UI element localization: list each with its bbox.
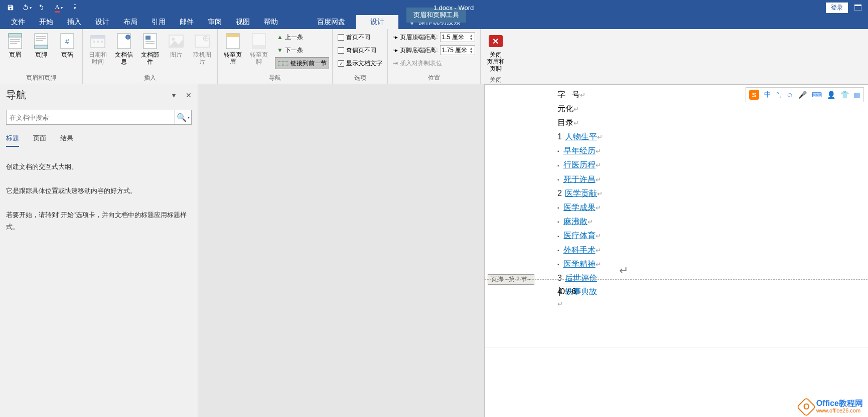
save-button[interactable] [4, 1, 17, 14]
nav-tab-results[interactable]: 结果 [60, 134, 73, 147]
toc-link[interactable]: 医疗体育 [563, 231, 596, 240]
footer-bottom-input[interactable]: 1.75 厘米▲▼ [440, 45, 475, 55]
ime-emoji-button[interactable]: ☺ [786, 91, 793, 99]
close-label-1: 关闭 [490, 51, 502, 58]
header-top-input[interactable]: 1.5 厘米▲▼ [440, 32, 475, 42]
brand-badge-icon: O [796, 397, 816, 417]
header-top-label: 页眉顶端距离: [400, 33, 438, 42]
image-label: 图片 [170, 51, 182, 58]
login-button[interactable]: 登录 [826, 3, 848, 13]
tab-layout[interactable]: 布局 [116, 15, 144, 29]
undo-button[interactable]: ▾ [20, 1, 33, 14]
window-icon [854, 5, 861, 11]
datetime-label: 日期和时间 [87, 51, 109, 65]
toc-link[interactable]: 死于许昌 [563, 175, 596, 183]
different-first-checkbox[interactable]: 首页不同 [336, 31, 384, 43]
tab-references[interactable]: 引用 [144, 15, 173, 29]
document-area[interactable]: 字 号↵ 元化↵ 目录↵ 1人物生平↵ 早年经历↵ 行医历程↵ 死于许昌↵ 2医… [198, 84, 868, 417]
ime-voice-button[interactable]: 🎤 [798, 91, 807, 99]
search-button[interactable]: 🔍▾ [174, 110, 191, 124]
ime-toolbar[interactable]: S 中 °, ☺ 🎤 ⌨ 👤 👕 ▦ [746, 87, 864, 102]
tab-home[interactable]: 开始 [32, 15, 60, 29]
nav-tabs: 标题 页面 结果 [6, 134, 192, 147]
ime-toolbox-button[interactable]: ▦ [854, 91, 860, 99]
svg-point-27 [172, 38, 175, 41]
nav-dropdown-button[interactable]: ▾ [172, 91, 176, 99]
close-headerfooter-button[interactable]: ✕ 关闭页眉和页脚 [484, 31, 508, 74]
next-section-button[interactable]: ▼下一条 [275, 44, 329, 56]
ime-user-button[interactable]: 👤 [827, 91, 835, 99]
tab-view[interactable]: 视图 [229, 15, 257, 29]
nav-help-3: 若要开始，请转到"开始"选项卡，并向文档中的标题应用标题样式。 [6, 209, 192, 233]
prev-label: 上一条 [285, 33, 303, 42]
group-nav-label: 导航 [221, 72, 329, 84]
header-button[interactable]: 页眉 [3, 31, 27, 60]
docinfo-button[interactable]: i 文档信息 [112, 31, 136, 67]
toc-link[interactable]: 人物生平 [565, 132, 597, 141]
doc-text: 元化 [557, 104, 573, 113]
group-position-label: 位置 [391, 72, 477, 84]
toc-link[interactable]: 外科手术 [563, 246, 596, 254]
different-oddeven-checkbox[interactable]: 奇偶页不同 [336, 44, 384, 56]
diff-first-label: 首页不同 [346, 33, 370, 42]
pagenum-button[interactable]: # 页码 [55, 31, 79, 60]
tab-review[interactable]: 审阅 [201, 15, 229, 29]
footer-icon [33, 33, 49, 49]
tab-design-context[interactable]: 设计 [356, 15, 398, 29]
nav-tab-pages[interactable]: 页面 [33, 134, 46, 147]
toc-link[interactable]: 麻沸散 [563, 217, 588, 226]
svg-rect-5 [10, 41, 20, 42]
tab-design-doc[interactable]: 设计 [88, 15, 116, 29]
return-arrow-icon: ↵ [619, 264, 628, 277]
docparts-button[interactable]: 文档部件 [138, 31, 162, 67]
svg-rect-33 [252, 45, 265, 49]
tab-mailings[interactable]: 邮件 [173, 15, 201, 29]
close-label-2: 页眉和页脚 [487, 58, 505, 72]
svg-rect-1 [854, 5, 861, 6]
link-prev-label: 链接到前一节 [291, 59, 327, 68]
show-doc-text-checkbox[interactable]: ✓显示文档文字 [336, 57, 384, 69]
nav-close-button[interactable]: ✕ [186, 91, 192, 99]
calendar-icon [90, 33, 106, 49]
toc-link[interactable]: 医学贡献 [565, 189, 597, 197]
ime-punct-button[interactable]: °, [776, 91, 781, 99]
svg-rect-24 [146, 41, 155, 42]
nav-tab-headings[interactable]: 标题 [6, 134, 19, 147]
group-options-label: 选项 [336, 72, 384, 84]
prev-section-button[interactable]: ▲上一条 [275, 31, 329, 43]
svg-rect-6 [10, 43, 17, 44]
toc-link[interactable]: 早年经历 [563, 146, 596, 155]
down-arrow-icon: ▼ [277, 47, 283, 54]
search-icon: 🔍 [177, 113, 187, 122]
ime-keyboard-button[interactable]: ⌨ [812, 91, 822, 99]
toc-link[interactable]: 后世评价 [565, 274, 597, 282]
ribbon-options-button[interactable] [852, 5, 864, 11]
save-icon [7, 4, 14, 11]
datetime-button[interactable]: 日期和时间 [86, 31, 110, 67]
link-previous-button[interactable]: ⬚⬚链接到前一节 [275, 57, 329, 69]
nav-search-box[interactable]: 🔍▾ [6, 110, 192, 125]
tab-help[interactable]: 帮助 [257, 15, 285, 29]
online-image-icon [194, 33, 210, 49]
toc-link[interactable]: 医学精神 [563, 260, 596, 268]
toc-link[interactable]: 医学成果 [563, 203, 596, 212]
tab-insert[interactable]: 插入 [60, 15, 88, 29]
insert-align-tab-label: 插入对齐制表位 [400, 59, 442, 68]
navigation-pane: 导航 ▾ ✕ 🔍▾ 标题 页面 结果 创建文档的交互式大纲。 它是跟踪具体位置或… [0, 84, 198, 417]
goto-header-button[interactable]: 转至页眉 [221, 31, 245, 67]
footer-button[interactable]: 页脚 [29, 31, 53, 60]
footer-divider [485, 279, 868, 280]
ime-lang-button[interactable]: 中 [764, 90, 771, 99]
document-title: 1.docx - Word [433, 4, 474, 12]
redo-button[interactable] [36, 1, 49, 14]
tab-baidu[interactable]: 百度网盘 [310, 15, 352, 29]
tab-file[interactable]: 文件 [4, 15, 32, 29]
footer-pagenum[interactable]: 0 / 6↵ [559, 287, 582, 296]
undo-icon [22, 4, 30, 11]
svg-rect-16 [93, 41, 95, 43]
font-color-button[interactable]: A▾ [52, 1, 65, 14]
qat-customize-button[interactable]: ▾ [68, 1, 81, 14]
ime-skin-button[interactable]: 👕 [840, 91, 849, 99]
search-input[interactable] [7, 114, 174, 121]
toc-link[interactable]: 行医历程 [563, 160, 596, 169]
